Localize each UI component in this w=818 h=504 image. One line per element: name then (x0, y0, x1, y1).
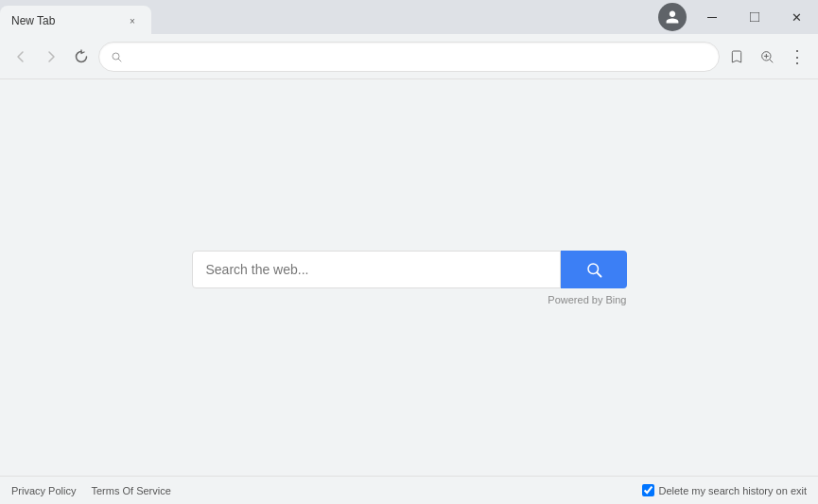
reload-button[interactable] (68, 43, 95, 70)
maximize-button[interactable] (733, 2, 775, 32)
powered-by-label: Powered by Bing (548, 294, 626, 305)
delete-history-text: Delete my search history on exit (658, 485, 807, 496)
address-input[interactable] (128, 49, 711, 63)
svg-rect-1 (750, 12, 759, 22)
address-bar[interactable] (98, 42, 720, 72)
main-content: Powered by Bing (0, 79, 818, 476)
maximize-icon (750, 12, 759, 22)
tab-strip: New Tab × (0, 0, 658, 34)
footer-right: Delete my search history on exit (642, 484, 807, 496)
title-bar: New Tab × ✕ (0, 0, 818, 34)
search-row (192, 251, 627, 288)
back-button[interactable] (8, 43, 34, 70)
terms-of-service-link[interactable]: Terms Of Service (91, 485, 170, 496)
menu-button[interactable]: ⋮ (784, 43, 810, 70)
profile-icon (665, 9, 680, 25)
web-search-input[interactable] (192, 251, 561, 288)
svg-line-9 (597, 272, 600, 276)
zoom-button[interactable] (754, 43, 780, 70)
search-container: Powered by Bing (192, 251, 627, 305)
search-address-icon (111, 51, 122, 62)
active-tab[interactable]: New Tab × (0, 6, 151, 36)
svg-line-7 (770, 60, 773, 62)
bookmark-button[interactable] (723, 43, 750, 70)
footer: Privacy Policy Terms Of Service Delete m… (0, 476, 818, 504)
delete-history-checkbox[interactable] (642, 484, 654, 496)
delete-history-label[interactable]: Delete my search history on exit (642, 484, 807, 496)
search-button[interactable] (561, 251, 627, 288)
forward-button[interactable] (38, 43, 64, 70)
minimize-button[interactable] (690, 2, 733, 32)
footer-links: Privacy Policy Terms Of Service (11, 485, 171, 496)
svg-rect-0 (707, 17, 717, 18)
toolbar: ⋮ (0, 34, 818, 79)
svg-line-3 (118, 59, 121, 61)
privacy-policy-link[interactable]: Privacy Policy (11, 485, 76, 496)
profile-button[interactable] (658, 3, 687, 31)
tab-title: New Tab (11, 14, 117, 27)
back-icon (13, 49, 28, 64)
tab-close-button[interactable]: × (125, 13, 140, 28)
bookmark-icon (729, 49, 744, 64)
search-button-icon (585, 261, 602, 278)
zoom-icon (759, 49, 774, 64)
reload-icon (74, 49, 89, 64)
forward-icon (44, 49, 59, 64)
close-button[interactable]: ✕ (775, 2, 818, 32)
minimize-icon (707, 17, 717, 18)
